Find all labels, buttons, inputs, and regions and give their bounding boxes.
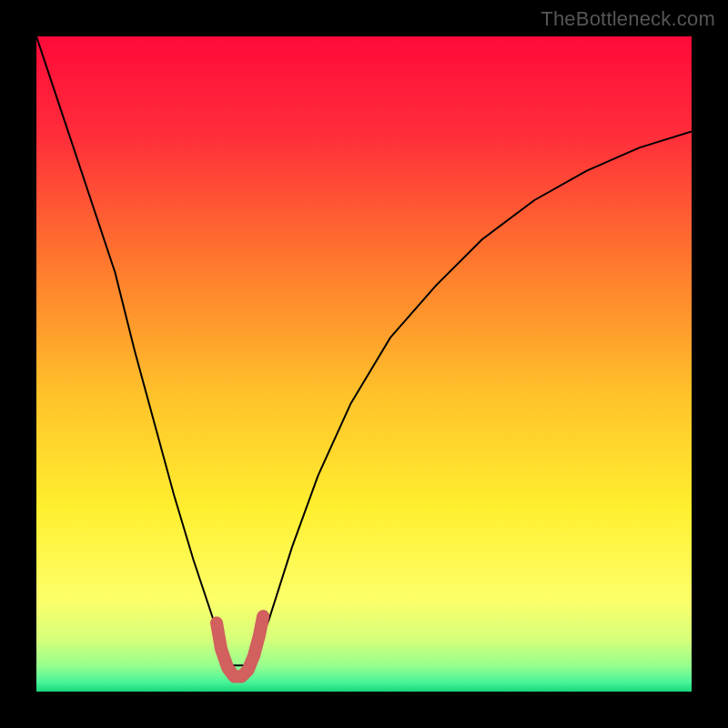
background-gradient xyxy=(36,36,692,692)
plot-svg xyxy=(36,36,692,692)
watermark-text: TheBottleneck.com xyxy=(541,7,715,31)
chart-frame: TheBottleneck.com xyxy=(0,0,728,728)
plot-area xyxy=(36,36,692,692)
